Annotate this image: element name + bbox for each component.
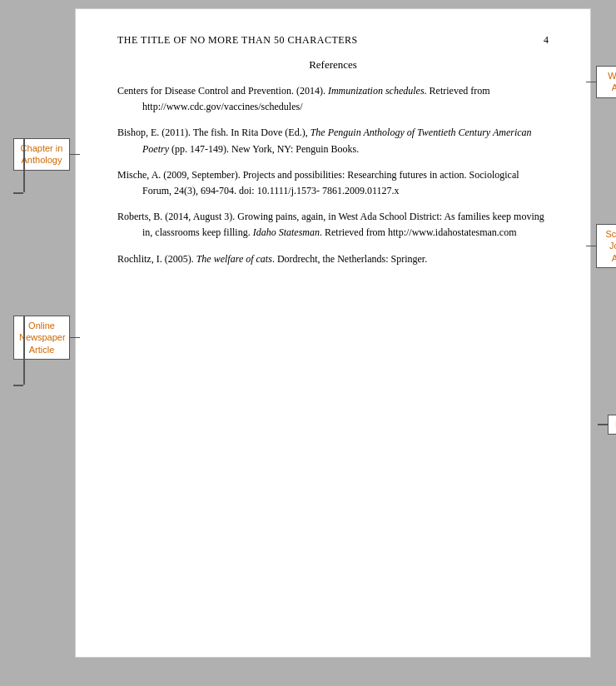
page-header: THE TITLE OF NO MORE THAN 50 CHARACTERS …: [117, 34, 549, 47]
references-heading: References: [117, 58, 549, 72]
ebook-label-container: E-Book: [598, 415, 616, 435]
chapter-connector-h: [70, 154, 80, 156]
chapter-anthology-label: Chapter inAnthology: [13, 138, 70, 171]
reference-ebook: Rochlitz, I. (2005). The welfare of cats…: [117, 251, 549, 267]
chapter-connector-h2: [13, 192, 23, 194]
website-label-container: WebsiteArticle: [586, 66, 616, 98]
page-title: THE TITLE OF NO MORE THAN 50 CHARACTERS: [117, 34, 358, 47]
newspaper-article-label: OnlineNewspaperArticle: [13, 316, 70, 360]
document-page: THE TITLE OF NO MORE THAN 50 CHARACTERS …: [75, 8, 591, 658]
page-wrapper: THE TITLE OF NO MORE THAN 50 CHARACTERS …: [25, 8, 591, 658]
chapter-connector-v: [23, 138, 25, 192]
scholarly-connector-h: [586, 246, 596, 247]
website-article-label: WebsiteArticle: [596, 66, 616, 98]
newspaper-connector-h: [70, 337, 80, 339]
ebook-connector-h: [598, 424, 608, 425]
reference-website: Centers for Disease Control and Preventi…: [117, 83, 549, 115]
newspaper-connector-v: [23, 316, 25, 385]
website-connector-h: [586, 82, 596, 83]
scholarly-journal-label: ScholarlyJournalArticle: [596, 224, 616, 268]
page-number: 4: [544, 34, 549, 47]
scholarly-label-container: ScholarlyJournalArticle: [586, 224, 616, 268]
ebook-label: E-Book: [608, 415, 616, 435]
reference-chapter: Bishop, E. (2011). The fish. In Rita Dov…: [117, 125, 549, 157]
reference-newspaper: Roberts, B. (2014, August 3). Growing pa…: [117, 209, 549, 241]
reference-scholarly: Mische, A. (2009, September). Projects a…: [117, 167, 549, 199]
newspaper-connector-h2: [13, 385, 23, 386]
